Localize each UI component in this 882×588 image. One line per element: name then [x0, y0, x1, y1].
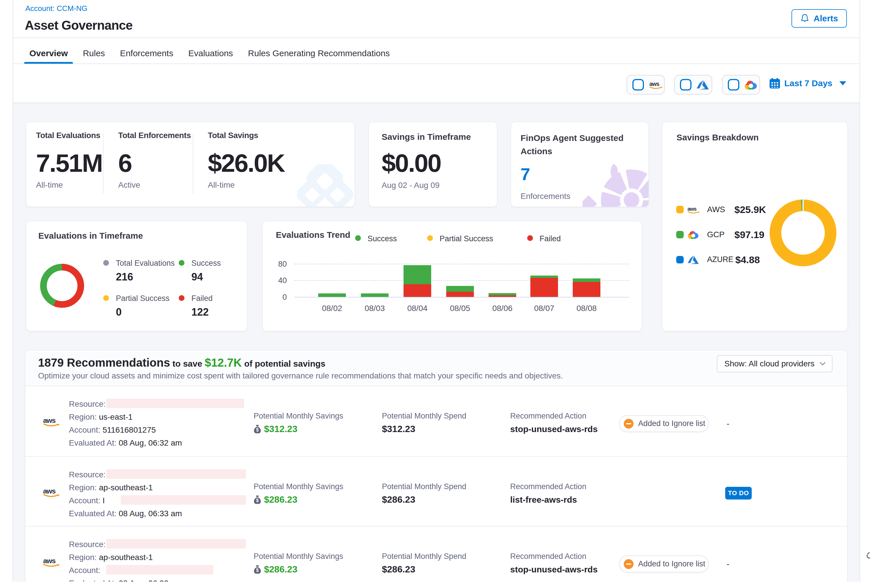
svg-text:$: $ — [256, 428, 259, 432]
svg-text:aws: aws — [43, 487, 56, 495]
svg-text:$: $ — [256, 498, 259, 503]
svg-text:$: $ — [256, 568, 259, 573]
svg-text:aws: aws — [687, 206, 697, 212]
svg-text:aws: aws — [650, 81, 660, 87]
svg-text:aws: aws — [43, 557, 56, 565]
svg-text:aws: aws — [43, 417, 56, 424]
